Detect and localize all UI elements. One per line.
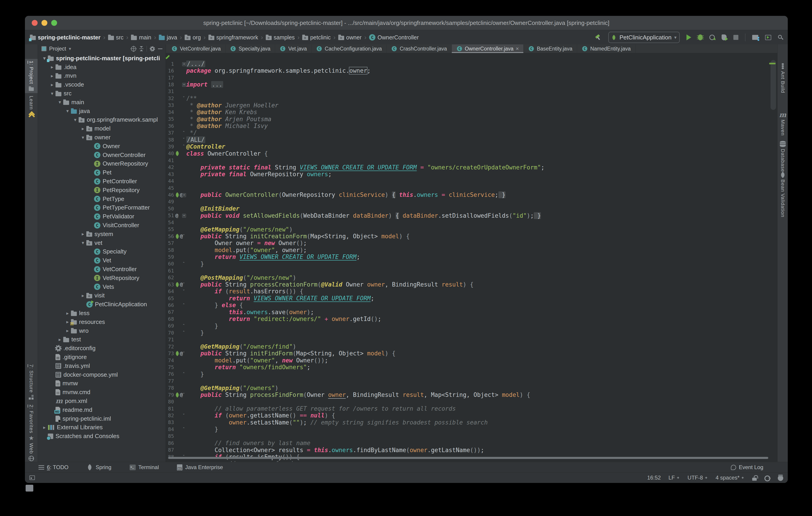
fold-marker[interactable]: ˆ	[182, 145, 185, 148]
stop-button[interactable]	[733, 35, 738, 40]
run-button[interactable]	[687, 34, 691, 40]
tree-item-src[interactable]: ▾src	[38, 89, 166, 98]
tree-collapse-arrow[interactable]: ▸	[64, 328, 71, 333]
tree-item-mvnw.cmd[interactable]: mvnw.cmd	[38, 388, 166, 397]
ide-fatal-errors-icon[interactable]	[778, 476, 783, 481]
breadcrumb-item-org[interactable]: org	[185, 34, 201, 41]
gutter-beanat-icon[interactable]: @	[174, 282, 182, 287]
inspections-ok-icon[interactable]	[166, 54, 170, 60]
event-log-button[interactable]: Event Log	[731, 464, 763, 471]
debug-button[interactable]	[698, 34, 702, 40]
stripe-button-Web[interactable]: Web	[25, 441, 38, 462]
breadcrumb-item-springframework[interactable]: springframework	[208, 34, 258, 41]
tree-collapse-arrow[interactable]: ▸	[80, 126, 86, 131]
fold-marker[interactable]: ˇ	[182, 138, 185, 141]
breadcrumb-item-spring-petclinic-master[interactable]: spring-petclinic-master	[30, 34, 100, 41]
tree-item-External-Libraries[interactable]: ▸External Libraries	[38, 423, 166, 432]
spring-bean-icon[interactable]	[174, 392, 180, 398]
tree-item-Specialty[interactable]: Specialty	[38, 247, 166, 256]
hide-panel-icon[interactable]	[158, 49, 163, 49]
tree-item-.editorconfig[interactable]: .editorconfig	[38, 344, 166, 353]
tree-item-OwnerController[interactable]: OwnerController	[38, 151, 166, 159]
horizontal-scrollbar[interactable]	[168, 457, 768, 459]
tree-item-spring-petclinic-master-spring-petcli[interactable]: ▾spring-petclinic-master [spring-petcli	[38, 54, 166, 63]
tree-item-OwnerRepository[interactable]: OwnerRepository	[38, 159, 166, 168]
tree-item-Vet[interactable]: Vet	[38, 256, 166, 265]
fold-expand-icon[interactable]: +	[182, 193, 186, 197]
tab-CrashController.java[interactable]: CrashController.java	[386, 44, 452, 53]
tree-item-.gitignore[interactable]: .gitignore	[38, 353, 166, 362]
tree-item-test[interactable]: ▸test	[38, 335, 166, 344]
tree-expand-arrow[interactable]: ▾	[56, 99, 63, 105]
tab-NamedEntity.java[interactable]: NamedEntity.java	[577, 44, 636, 53]
build-hammer-icon[interactable]	[595, 34, 602, 40]
fold-marker[interactable]: ˆ	[182, 331, 185, 334]
gradle-sync-icon[interactable]	[764, 475, 770, 481]
tree-item-org.springframework.sampl[interactable]: ▾org.springframework.sampl	[38, 116, 166, 124]
gutter-beanat-icon[interactable]: @	[174, 234, 182, 239]
tab-Specialty.java[interactable]: Specialty.java	[226, 44, 275, 53]
close-window-button[interactable]	[32, 20, 38, 26]
tab-VetController.java[interactable]: VetController.java	[167, 44, 226, 53]
tree-item-PetValidator[interactable]: PetValidator	[38, 212, 166, 221]
tree-item-owner[interactable]: ▾owner	[38, 133, 166, 142]
fold-expand-icon[interactable]: +	[182, 62, 186, 66]
tree-item-.idea[interactable]: ▸.idea	[38, 63, 166, 71]
tree-expand-arrow[interactable]: ▾	[64, 108, 71, 114]
tree-collapse-arrow[interactable]: ▸	[64, 310, 71, 316]
run-configuration-selector[interactable]: PetClinicApplication ▾	[608, 32, 680, 43]
tree-item-pom.xml[interactable]: mpom.xml	[38, 397, 166, 405]
toolbar-button-Terminal[interactable]: Terminal	[129, 464, 159, 471]
spring-bean-icon[interactable]	[174, 151, 180, 156]
fold-marker[interactable]: +	[182, 83, 185, 87]
tree-item-docker-compose.yml[interactable]: docker-compose.yml	[38, 370, 166, 379]
fold-marker[interactable]: ˇ	[182, 283, 185, 286]
tab-OwnerController.java[interactable]: OwnerController.java×	[452, 44, 524, 53]
stripe-button-7-Structure[interactable]: 7: Structure	[25, 362, 38, 402]
spring-bean-icon[interactable]	[174, 192, 180, 198]
minimize-window-button[interactable]	[41, 20, 47, 26]
tree-item-wro[interactable]: ▸wro	[38, 326, 166, 335]
breadcrumb-item-owner[interactable]: owner	[338, 34, 361, 41]
toggle-tool-windows-icon[interactable]	[29, 476, 35, 480]
tree-item-Owner[interactable]: Owner	[38, 142, 166, 151]
tree-item-mvnw[interactable]: mvnw	[38, 379, 166, 388]
spring-bean-icon[interactable]	[174, 234, 180, 239]
profiler-button[interactable]	[722, 34, 727, 40]
tree-item-PetClinicApplication[interactable]: PetClinicApplication	[38, 300, 166, 309]
tree-expand-arrow[interactable]: ▾	[80, 240, 86, 246]
toolbar-button-6-TODO[interactable]: 6: TODO	[38, 464, 68, 471]
tree-item-PetRepository[interactable]: PetRepository	[38, 186, 166, 194]
spring-bean-icon[interactable]	[174, 282, 180, 287]
tree-item-spring-petclinic.iml[interactable]: spring-petclinic.iml	[38, 414, 166, 423]
tree-expand-arrow[interactable]: ▾	[80, 135, 86, 140]
line-separator-widget[interactable]: LF	[669, 475, 680, 481]
breadcrumb-item-samples[interactable]: samples	[266, 34, 295, 41]
caret-position-widget[interactable]: 16:52	[647, 475, 661, 481]
close-tab-icon[interactable]: ×	[516, 46, 519, 52]
tree-item-Scratches-and-Consoles[interactable]: Scratches and Consoles	[38, 432, 166, 441]
tree-item-.travis.yml[interactable]: .travis.yml	[38, 362, 166, 370]
fold-marker[interactable]: ˆ	[182, 428, 185, 431]
tree-item-PetController[interactable]: PetController	[38, 177, 166, 186]
tree-item-.vscode[interactable]: ▸.vscode	[38, 80, 166, 89]
tree-item-java[interactable]: ▾java	[38, 107, 166, 116]
tree-item-readme.md[interactable]: readme.md	[38, 405, 166, 414]
tree-collapse-arrow[interactable]: ▸	[80, 293, 86, 298]
gutter-beanat-icon[interactable]: @	[174, 393, 182, 397]
code-editor[interactable]: 1+/.../16package org.springframework.sam…	[166, 53, 777, 462]
breadcrumb-item-OwnerController[interactable]: OwnerController	[369, 34, 419, 41]
stripe-button-Maven[interactable]: mMaven	[778, 110, 788, 138]
fold-marker[interactable]: +	[182, 193, 185, 197]
tree-item-system[interactable]: ▸system	[38, 230, 166, 239]
stripe-button-Ant-Build[interactable]: Ant Build	[778, 61, 788, 95]
tree-collapse-arrow[interactable]: ▸	[80, 231, 86, 237]
fold-marker[interactable]: ˇ	[182, 97, 185, 100]
gutter-bean-icon[interactable]	[174, 152, 182, 155]
fold-marker[interactable]: ˇ	[182, 352, 185, 355]
tree-item-main[interactable]: ▾main	[38, 98, 166, 107]
chevron-down-icon[interactable]: ▾	[69, 46, 71, 52]
fold-marker[interactable]: ˆ	[182, 304, 185, 307]
project-panel-title[interactable]: Project	[49, 45, 66, 52]
tree-item-less[interactable]: ▸less	[38, 309, 166, 317]
